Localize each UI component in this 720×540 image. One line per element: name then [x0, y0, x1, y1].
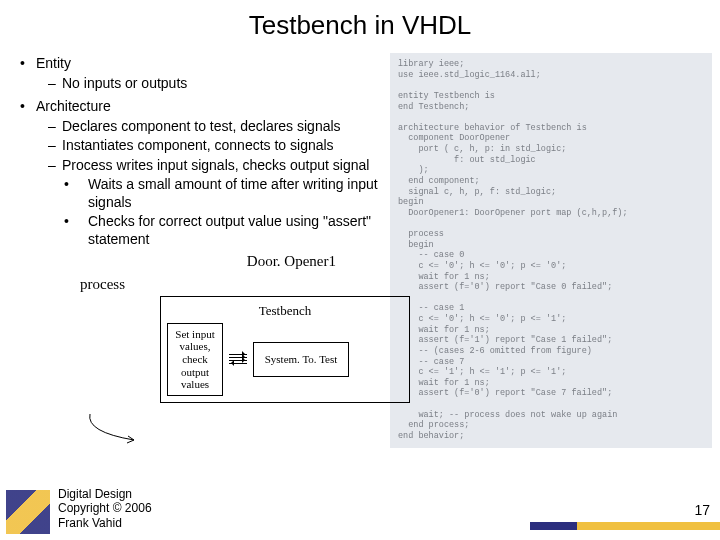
- testbench-diagram: Testbench Set input values, check output…: [160, 296, 410, 403]
- slide-number: 17: [694, 502, 710, 518]
- footer-line: Frank Vahid: [58, 516, 152, 530]
- slide-title: Testbench in VHDL: [0, 0, 720, 49]
- text: Entity: [36, 55, 71, 71]
- footer-line: Digital Design: [58, 487, 152, 501]
- code-listing: library ieee; use ieee.std_logic_1164.al…: [390, 53, 712, 448]
- t: Set input: [174, 328, 216, 341]
- t: check: [174, 353, 216, 366]
- bullet-arch: •Architecture: [20, 98, 390, 116]
- bullet-column: •Entity –No inputs or outputs •Architect…: [20, 49, 390, 448]
- signal-arrows: [229, 354, 247, 364]
- text: Architecture: [36, 98, 111, 114]
- slide-accent-bar: [530, 522, 720, 530]
- bullet-arch-sub1: –Declares component to test, declares si…: [48, 118, 390, 136]
- set-values-box: Set input values, check output values: [167, 323, 223, 396]
- content-area: •Entity –No inputs or outputs •Architect…: [0, 49, 720, 448]
- testbench-caption: Testbench: [167, 303, 403, 319]
- process-label: process: [80, 275, 390, 294]
- bullet-arch-sub2: –Instantiates component, connects to sig…: [48, 137, 390, 155]
- text: Declares component to test, declares sig…: [62, 118, 341, 134]
- t: values: [174, 378, 216, 391]
- bullet-entity-sub: –No inputs or outputs: [48, 75, 390, 93]
- bullet-entity: •Entity: [20, 55, 390, 73]
- bullet-arch-sub3: –Process writes input signals, checks ou…: [48, 157, 390, 175]
- corner-decoration-icon: [6, 490, 50, 534]
- bullet-proc-sub2: •Checks for correct output value using "…: [76, 213, 390, 248]
- text: Instantiates component, connects to sign…: [62, 137, 334, 153]
- t: values,: [174, 340, 216, 353]
- system-to-test-box: System. To. Test: [253, 342, 349, 377]
- footer-line: Copyright © 2006: [58, 501, 152, 515]
- arrow-left-icon: [229, 363, 247, 364]
- text: Process writes input signals, checks out…: [62, 157, 369, 173]
- text: No inputs or outputs: [62, 75, 187, 91]
- text: Checks for correct output value using "a…: [88, 213, 371, 247]
- instance-label: Door. Opener1: [20, 252, 390, 271]
- process-arrow-icon: [84, 412, 144, 450]
- text: Waits a small amount of time after writi…: [88, 176, 378, 210]
- footer-credits: Digital Design Copyright © 2006 Frank Va…: [58, 487, 152, 530]
- t: output: [174, 366, 216, 379]
- bullet-proc-sub1: •Waits a small amount of time after writ…: [76, 176, 390, 211]
